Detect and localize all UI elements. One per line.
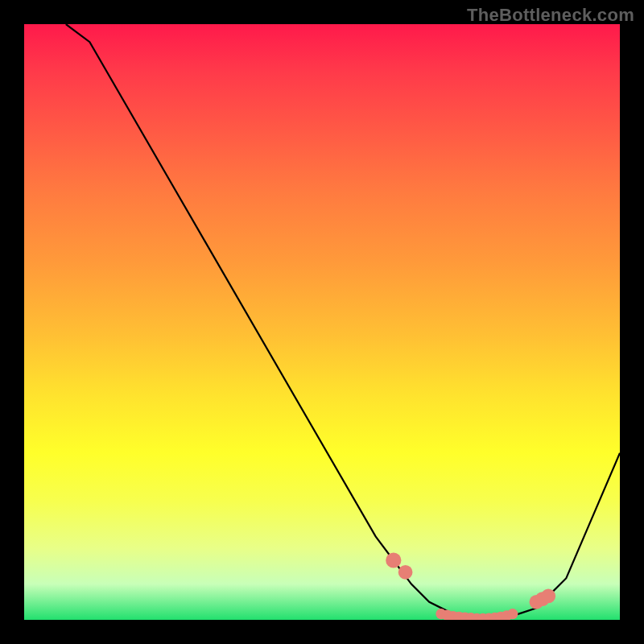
chart-svg bbox=[24, 24, 620, 620]
svg-point-1 bbox=[398, 565, 413, 580]
chart-container: TheBottleneck.com bbox=[0, 0, 644, 644]
svg-point-0 bbox=[386, 552, 401, 568]
curve-line bbox=[66, 24, 620, 620]
svg-point-14 bbox=[507, 609, 518, 619]
plot-area bbox=[24, 24, 620, 620]
watermark-text: TheBottleneck.com bbox=[467, 5, 634, 26]
svg-point-17 bbox=[541, 589, 555, 604]
